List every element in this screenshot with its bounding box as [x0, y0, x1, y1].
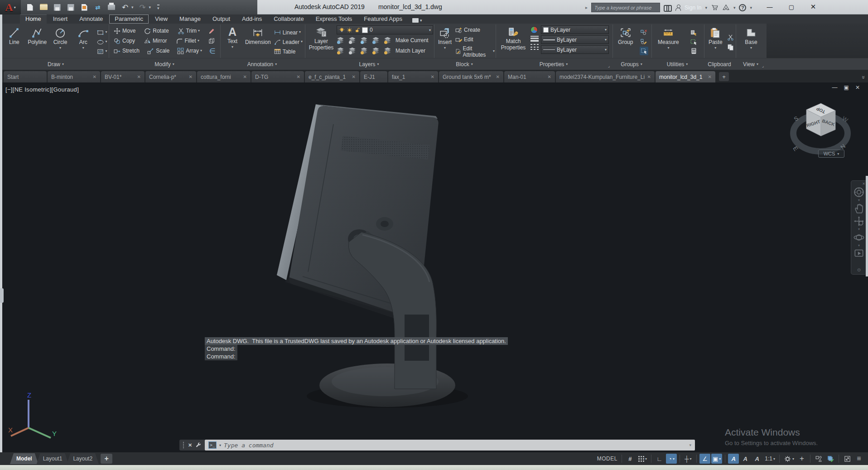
file-tab[interactable]: Ground tank 5x6 m*✕: [439, 71, 503, 82]
tab-close-icon[interactable]: ✕: [548, 74, 551, 79]
new-file-button[interactable]: [25, 2, 34, 12]
tab-insert[interactable]: Insert: [48, 15, 73, 24]
new-tab-button[interactable]: +: [719, 72, 729, 81]
linear-dimension-button[interactable]: Linear▾: [274, 29, 303, 36]
measure-button[interactable]: Measure▾: [658, 24, 679, 57]
tab-close-icon[interactable]: ✕: [137, 74, 141, 79]
sign-in-button[interactable]: Sign In: [685, 5, 701, 11]
tab-close-icon[interactable]: ✕: [243, 74, 247, 79]
save-as-button[interactable]: [66, 2, 75, 12]
qat-customize-button[interactable]: ▾: [157, 5, 159, 10]
move-button[interactable]: Move: [113, 27, 135, 35]
help-icon[interactable]: ?: [739, 4, 746, 11]
quick-calculator-button[interactable]: [690, 47, 698, 55]
offset-button[interactable]: ∈: [209, 47, 216, 55]
layer-thaw-all-button[interactable]: [360, 47, 369, 55]
file-tab[interactable]: Man-01✕: [504, 71, 555, 82]
panel-label-modify[interactable]: Modify▾: [110, 58, 219, 70]
application-menu-button[interactable]: A ▾: [0, 0, 21, 15]
plot-button[interactable]: [80, 2, 89, 12]
orbit-icon[interactable]: [853, 232, 865, 243]
drawing-viewport[interactable]: Z Y X [−][NE Isometric][Gouraud] — ▣ ✕ S…: [0, 82, 868, 452]
layer-freeze-button[interactable]: [360, 36, 369, 44]
tab-collaborate[interactable]: Collaborate: [268, 15, 309, 24]
undo-button[interactable]: ↶: [121, 2, 130, 12]
maximize-button[interactable]: ▢: [786, 4, 796, 10]
layer-lock-button[interactable]: [372, 36, 381, 44]
lineweight-icon[interactable]: [530, 36, 539, 42]
ellipse-tool-button[interactable]: ▾: [96, 38, 107, 46]
make-current-button[interactable]: Make Current: [395, 37, 429, 44]
search-input[interactable]: Type a keyword or phrase: [591, 3, 660, 12]
customize-wrench-icon[interactable]: [195, 442, 202, 448]
transfer-button[interactable]: ⇄: [93, 2, 102, 12]
doc-restore-button[interactable]: ▣: [844, 84, 849, 91]
tab-view[interactable]: View: [149, 15, 173, 24]
mirror-button[interactable]: Mirror: [144, 37, 167, 45]
file-tab[interactable]: Cornelia-p*✕: [145, 71, 196, 82]
monitor-3d-model[interactable]: [277, 104, 468, 408]
ucs-icon[interactable]: Z Y X: [8, 391, 57, 438]
hatch-tool-button[interactable]: ▾: [96, 48, 107, 55]
tab-manage[interactable]: Manage: [174, 15, 206, 24]
autodesk-dropdown[interactable]: ▾: [733, 5, 736, 10]
clean-screen-button[interactable]: [842, 454, 853, 464]
dialog-launcher-icon[interactable]: ⌟: [608, 63, 610, 68]
customization-menu-button[interactable]: ≡: [854, 454, 864, 464]
panel-label-clipboard[interactable]: Clipboard: [704, 58, 735, 70]
tab-close-icon[interactable]: ✕: [496, 74, 500, 79]
ribbon-collapse-button[interactable]: ▾: [412, 18, 422, 23]
navigation-wheel-icon[interactable]: [853, 186, 865, 198]
undo-dropdown[interactable]: ▾: [131, 5, 134, 10]
search-icon[interactable]: [664, 5, 672, 10]
layer-unlock-button[interactable]: [372, 47, 381, 55]
tab-close-icon[interactable]: ✕: [297, 74, 300, 79]
command-bar-close-icon[interactable]: ✕: [188, 442, 192, 448]
command-expand-icon[interactable]: ▾: [689, 443, 691, 447]
tab-close-icon[interactable]: ✕: [189, 74, 193, 79]
tab-parametric[interactable]: Parametric: [109, 15, 149, 24]
panel-label-groups[interactable]: Groups▾: [612, 58, 651, 70]
doc-minimize-button[interactable]: —: [832, 84, 838, 91]
sign-in-dropdown[interactable]: ▾: [705, 5, 707, 10]
object-snap-toggle[interactable]: ▣▾: [711, 454, 722, 464]
select-similar-button[interactable]: [690, 38, 698, 46]
file-tab[interactable]: BV-01*✕: [101, 71, 145, 82]
object-color-combo[interactable]: ByLayer▾: [541, 25, 609, 34]
open-file-button[interactable]: [39, 2, 48, 12]
tab-close-icon[interactable]: ✕: [431, 74, 434, 79]
tab-add-ins[interactable]: Add-ins: [236, 15, 267, 24]
isometric-drafting-toggle[interactable]: ┼▾: [683, 454, 694, 464]
command-input[interactable]: >_ ▾ Type a command ▾: [205, 440, 695, 451]
annotation-monitor-button[interactable]: +: [796, 454, 807, 464]
wcs-dropdown[interactable]: WCS▾: [818, 150, 844, 158]
close-button[interactable]: ✕: [808, 3, 818, 11]
panel-label-block[interactable]: Block▾: [434, 58, 495, 70]
match-properties-button[interactable]: Match Properties: [498, 24, 528, 56]
text-button[interactable]: AText▾: [222, 24, 242, 57]
polar-tracking-toggle[interactable]: ◔▾: [666, 454, 677, 464]
layer-off-button[interactable]: [337, 36, 346, 44]
file-tab[interactable]: B-minton✕: [48, 71, 100, 82]
tab-featured-apps[interactable]: Featured Apps: [358, 15, 408, 24]
layout-tab-layout1[interactable]: Layout1: [37, 453, 69, 464]
compass-e[interactable]: E: [792, 145, 800, 152]
layer-unisolate-button[interactable]: [348, 47, 357, 55]
tab-home[interactable]: Home: [20, 15, 47, 24]
palette-handle[interactable]: [0, 288, 4, 303]
linetype-combo[interactable]: ByLayer▾: [541, 45, 609, 54]
showmotion-icon[interactable]: [853, 247, 865, 259]
navbar-minus-icon[interactable]: ⊖: [857, 267, 861, 272]
stretch-button[interactable]: Stretch: [113, 47, 140, 55]
ortho-toggle[interactable]: ∟: [654, 454, 665, 464]
match-layer-button[interactable]: Match Layer: [395, 48, 425, 54]
edit-attributes-button[interactable]: Edit Attributes▾: [455, 45, 495, 58]
dimension-button[interactable]: Dimension: [245, 24, 271, 57]
annotation-scale-button[interactable]: A: [752, 454, 762, 464]
navigation-bar[interactable]: ✕ ▾ ▾ ▾ ⊖: [851, 180, 867, 275]
redo-button[interactable]: ↷: [138, 2, 147, 12]
new-layout-button[interactable]: +: [101, 454, 112, 464]
copy-button[interactable]: Copy: [113, 37, 135, 45]
scale-button[interactable]: Scale: [147, 47, 169, 55]
array-button[interactable]: Array▾: [177, 47, 202, 55]
